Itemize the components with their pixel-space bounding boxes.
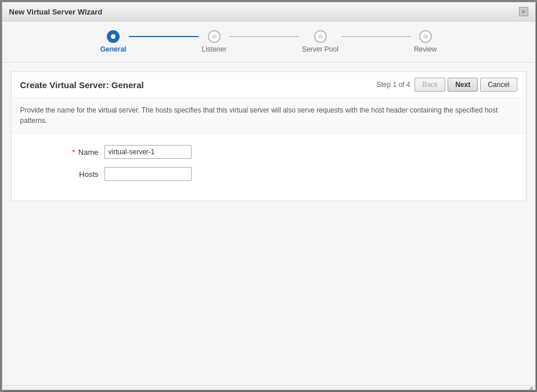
- form-section: Create Virtual Server: General Step 1 of…: [11, 71, 527, 201]
- form-title: Create Virtual Server: General: [20, 80, 144, 90]
- dialog-bottom: ◢: [2, 385, 535, 390]
- wizard-steps: General Listener Server Pool Review: [2, 21, 535, 63]
- hosts-field-row: Hosts: [58, 167, 517, 181]
- hosts-input[interactable]: [104, 167, 192, 181]
- step-listener: Listener: [201, 30, 226, 53]
- step-label-server-pool: Server Pool: [302, 45, 338, 53]
- close-button[interactable]: ×: [519, 7, 528, 16]
- step-general: General: [100, 30, 127, 53]
- name-required-marker: *: [72, 148, 75, 157]
- step-server-pool: Server Pool: [302, 30, 338, 53]
- form-header: Create Virtual Server: General Step 1 of…: [12, 72, 526, 98]
- hosts-label: Hosts: [58, 170, 104, 179]
- empty-content-area: [2, 210, 535, 384]
- next-button[interactable]: Next: [448, 78, 478, 92]
- resize-handle: ◢: [528, 384, 533, 391]
- step-circle-listener: [208, 30, 221, 43]
- name-label: * Name: [58, 148, 104, 157]
- step-review: Review: [414, 30, 437, 53]
- step-circle-server-pool: [314, 30, 327, 43]
- step-line-3: [341, 36, 411, 37]
- title-bar: New Virtual Server Wizard ×: [2, 2, 535, 21]
- step-circle-general: [107, 30, 120, 43]
- cancel-button[interactable]: Cancel: [480, 78, 517, 92]
- step-label-general: General: [100, 45, 127, 53]
- step-circle-review: [419, 30, 432, 43]
- name-field-row: * Name: [58, 145, 517, 159]
- step-line-2: [229, 36, 299, 37]
- back-button[interactable]: Back: [415, 78, 445, 92]
- dialog: New Virtual Server Wizard × General List…: [2, 2, 536, 390]
- header-buttons: Step 1 of 4 Back Next Cancel: [376, 78, 517, 92]
- step-label-listener: Listener: [201, 45, 226, 53]
- name-input[interactable]: [104, 145, 192, 159]
- form-fields: * Name Hosts: [12, 133, 526, 201]
- form-description: Provide the name for the virtual server.…: [12, 98, 526, 133]
- step-label-review: Review: [414, 45, 437, 53]
- dialog-title: New Virtual Server Wizard: [9, 8, 103, 16]
- step-line-1: [129, 36, 199, 37]
- step-info: Step 1 of 4: [376, 81, 410, 89]
- content-area: Create Virtual Server: General Step 1 of…: [2, 63, 535, 385]
